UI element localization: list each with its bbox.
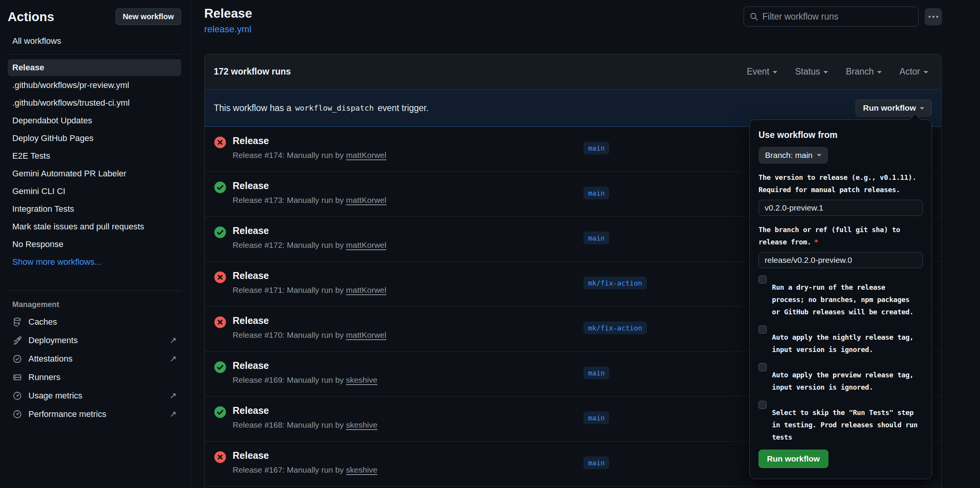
chevron-down-icon [817,154,821,159]
ref-input[interactable] [759,252,923,268]
run-workflow-submit-button[interactable]: Run workflow [759,450,828,468]
show-more-workflows-link[interactable]: Show more workflows... [8,254,181,271]
actions-sidebar: Actions New workflow All workflows Relea… [0,0,191,488]
status-filter-dropdown[interactable]: Status [795,66,828,77]
run-title-link[interactable]: Release [233,405,269,416]
sidebar-item-mark-stale[interactable]: Mark stale issues and pull requests [8,218,181,235]
failed-status-icon [214,316,226,329]
version-input[interactable] [759,200,923,216]
run-title-link[interactable]: Release [233,135,269,146]
actor-filter-dropdown[interactable]: Actor [899,66,928,77]
version-input-label: The version to release (e.g., v0.1.11). … [759,171,923,196]
dry-run-checkbox[interactable] [759,276,767,284]
sidebar-item-caches[interactable]: Caches [8,313,181,331]
branch-filter-dropdown[interactable]: Branch [846,66,882,77]
actor-link[interactable]: skeshive [346,465,377,474]
sidebar-item-performance-metrics[interactable]: Performance metrics ↗ [8,405,181,423]
dialog-title: Use workflow from [759,130,923,140]
sidebar-item-usage-metrics[interactable]: Usage metrics ↗ [8,387,181,405]
sidebar-item-gemini-pr-labeler[interactable]: Gemini Automated PR Labeler [8,165,181,182]
actor-link[interactable]: mattKorwel [346,241,386,249]
external-link-icon: ↗ [170,391,177,401]
caches-icon [12,317,22,327]
sidebar-item-all-workflows[interactable]: All workflows [8,33,181,50]
sidebar-item-label: Performance metrics [28,409,106,419]
sidebar-item-label: Deployments [28,335,78,345]
branch-badge[interactable]: main [583,412,609,424]
sidebar-item-pr-review[interactable]: .github/workflows/pr-review.yml [8,77,181,94]
run-title-link[interactable]: Release [233,360,269,371]
run-title-link[interactable]: Release [233,180,269,191]
meter-icon [12,409,22,419]
banner-text: This workflow has a [214,103,291,113]
sidebar-item-dependabot-updates[interactable]: Dependabot Updates [8,112,181,129]
chevron-down-icon [924,71,928,76]
actor-link[interactable]: mattKorwel [346,151,386,159]
preview-tag-checkbox[interactable] [759,363,767,371]
workflow-options-kebab-button[interactable] [925,8,942,25]
preview-tag-checkbox-row: Auto apply the preview release tag, inpu… [759,361,923,393]
run-title-link[interactable]: Release [233,270,269,281]
failed-status-icon [214,136,226,149]
chevron-down-icon [877,71,882,76]
sidebar-item-label: Attestations [28,354,73,364]
sidebar-title: Actions [8,10,54,24]
sidebar-item-trusted-ci[interactable]: .github/workflows/trusted-ci.yml [8,95,181,111]
branch-badge[interactable]: mk/fix-action [583,277,647,289]
sidebar-item-gemini-cli-ci[interactable]: Gemini CLI CI [8,183,181,200]
sidebar-divider [8,54,181,55]
rocket-icon [12,335,22,345]
checkbox-label: Run a dry-run of the release process; no… [772,281,914,318]
sidebar-item-e2e-tests[interactable]: E2E Tests [8,148,181,164]
external-link-icon: ↗ [170,409,177,419]
sidebar-item-deployments[interactable]: Deployments ↗ [8,331,181,350]
sidebar-item-integration-tests[interactable]: Integration Tests [8,201,181,217]
filter-workflow-runs-input[interactable] [762,12,913,22]
workflow-dispatch-code: workflow_dispatch [295,103,374,113]
workflow-runs-count: 172 workflow runs [214,66,291,77]
actor-link[interactable]: skeshive [346,420,377,429]
branch-badge[interactable]: mk/fix-action [583,322,647,334]
branch-badge[interactable]: main [583,456,609,469]
chevron-down-icon [823,71,828,76]
meter-icon [12,391,22,401]
sidebar-item-release[interactable]: Release [8,59,181,76]
external-link-icon: ↗ [170,354,177,364]
sidebar-item-deploy-github-pages[interactable]: Deploy GitHub Pages [8,130,181,147]
branch-badge[interactable]: main [583,232,609,244]
event-filter-dropdown[interactable]: Event [747,66,777,77]
skip-tests-checkbox[interactable] [759,401,767,409]
run-title-link[interactable]: Release [233,225,269,236]
checkbox-label: Auto apply the nightly release tag, inpu… [772,331,914,356]
success-status-icon [214,361,226,373]
branch-badge[interactable]: main [583,187,609,199]
sidebar-item-label: Caches [28,317,57,327]
actor-link[interactable]: mattKorwel [346,330,386,339]
actor-link[interactable]: mattKorwel [346,285,386,294]
workflow-file-link[interactable]: release.yml [204,24,251,35]
external-link-icon: ↗ [170,335,177,345]
filter-workflow-runs-box [744,7,919,27]
required-asterisk: * [814,238,818,246]
run-title-link[interactable]: Release [233,315,269,326]
sidebar-divider [8,290,181,291]
actor-link[interactable]: skeshive [346,375,377,384]
new-workflow-button[interactable]: New workflow [116,8,181,25]
sidebar-item-no-response[interactable]: No Response [8,236,181,253]
failed-status-icon [214,451,226,463]
chevron-down-icon [773,71,777,76]
branch-badge[interactable]: main [583,367,609,379]
success-status-icon [214,406,226,418]
branch-badge[interactable]: main [583,142,609,154]
branch-selector-button[interactable]: Branch: main [759,147,828,164]
nightly-tag-checkbox[interactable] [759,325,767,334]
run-workflow-dropdown-button[interactable]: Run workflow [856,100,932,116]
ref-input-label: The branch or ref (full git sha) to rele… [759,224,923,248]
sidebar-item-attestations[interactable]: Attestations ↗ [8,350,181,368]
runners-icon [12,372,22,382]
actor-link[interactable]: mattKorwel [346,196,386,204]
run-title-link[interactable]: Release [233,450,269,461]
checkbox-label: Select to skip the "Run Tests" step in t… [772,407,917,443]
sidebar-item-runners[interactable]: Runners [8,368,181,387]
verified-badge-icon [12,354,22,364]
